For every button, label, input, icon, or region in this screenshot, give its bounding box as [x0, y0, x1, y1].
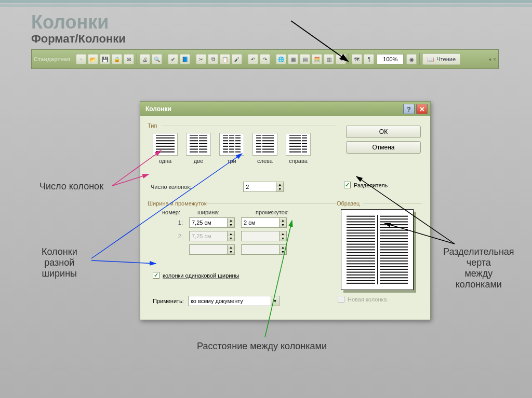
slide-subtitle: Формат/Колонки — [31, 32, 126, 46]
preview-column — [380, 215, 408, 284]
toolbar-separator — [165, 53, 165, 65]
excel-icon[interactable]: 🧮 — [312, 54, 322, 64]
row2-width-spinner: ▲▼ — [228, 231, 235, 241]
type-left[interactable]: слева — [250, 133, 280, 164]
standard-toolbar: Стандартная ▫ 📂 💾 🔒 ✉ 🖨 🔍 ✔ 📘 ✂ ⧉ 📋 🖌 ↶ … — [31, 49, 499, 69]
toolbar-separator — [137, 53, 137, 65]
row3-gap-spinner: ▲▼ — [280, 244, 287, 255]
preview-label: Образец — [337, 200, 360, 207]
print-preview-icon[interactable]: 🔍 — [152, 54, 162, 64]
toolbar-caption: Стандартная — [34, 56, 70, 62]
columns-dialog: Колонки ? ✕ Тип одна две три — [140, 101, 431, 320]
dialog-titlebar: Колонки ? ✕ — [140, 102, 430, 116]
save-icon[interactable]: 💾 — [100, 54, 110, 64]
slide-decoration-bar — [0, 0, 532, 3]
type-left-label: слева — [257, 158, 273, 164]
help-icon[interactable]: ◉ — [406, 54, 417, 64]
row1-gap-input[interactable] — [241, 217, 280, 228]
separator-label: Разделитель — [354, 182, 388, 188]
new-doc-icon[interactable]: ▫ — [76, 54, 86, 64]
print-icon[interactable]: 🖨 — [140, 54, 150, 64]
zoom-combo[interactable]: 100% — [377, 54, 404, 64]
close-button[interactable]: ✕ — [416, 104, 428, 114]
reading-layout-label: Чтение — [436, 56, 456, 62]
preview-separator-line — [377, 215, 378, 284]
spellcheck-icon[interactable]: ✔ — [168, 54, 178, 64]
type-group-label: Тип — [148, 122, 157, 129]
open-icon[interactable]: 📂 — [88, 54, 98, 64]
type-three[interactable]: три — [217, 133, 246, 164]
paste-icon[interactable]: 📋 — [220, 54, 230, 64]
hyperlink-icon[interactable]: 🌐 — [276, 54, 286, 64]
toolbar-separator — [245, 53, 245, 65]
copy-icon[interactable]: ⧉ — [208, 54, 218, 64]
row2-width-input — [189, 231, 228, 241]
mail-icon[interactable]: ✉ — [124, 54, 134, 64]
format-painter-icon[interactable]: 🖌 — [232, 54, 242, 64]
row1-width-input[interactable] — [189, 217, 228, 228]
redo-icon[interactable]: ↷ — [260, 54, 270, 64]
apply-combo[interactable] — [188, 296, 271, 306]
separator-checkbox[interactable]: ✓ — [344, 182, 351, 188]
type-two-label: две — [194, 158, 203, 164]
tables-borders-icon[interactable]: ▦ — [288, 54, 298, 64]
col-number-header: номер: — [162, 209, 187, 215]
apply-dropdown-icon[interactable]: ▼ — [271, 296, 280, 306]
preview-box — [341, 209, 414, 290]
dialog-title-text: Колонки — [145, 105, 171, 113]
numcols-input[interactable] — [243, 182, 276, 192]
type-right[interactable]: справа — [284, 133, 313, 164]
permissions-icon[interactable]: 🔒 — [112, 54, 122, 64]
type-two[interactable]: две — [184, 133, 213, 164]
show-paragraph-icon[interactable]: ¶ — [364, 54, 374, 64]
drawing-icon[interactable]: ✎ — [336, 54, 346, 64]
doc-map-icon[interactable]: 🗺 — [352, 54, 362, 64]
type-three-label: три — [227, 158, 236, 164]
undo-icon[interactable]: ↶ — [248, 54, 258, 64]
cut-icon[interactable]: ✂ — [196, 54, 206, 64]
toolbar-close-icon[interactable]: × — [493, 57, 496, 62]
slide-title: Колонки — [31, 11, 109, 33]
type-one-label: одна — [159, 158, 172, 164]
row2-index: 2: — [162, 233, 183, 239]
equal-width-checkbox[interactable]: ✓ — [153, 272, 159, 279]
row2-gap-input — [241, 231, 280, 241]
toolbar-separator — [419, 53, 420, 65]
toolbar-options-icon[interactable]: ▾ — [489, 57, 491, 62]
type-one[interactable]: одна — [151, 133, 180, 164]
toolbar-separator — [273, 53, 273, 65]
row3-width-spinner: ▲▼ — [228, 244, 235, 255]
equal-width-label: колонки одинаковой ширины — [163, 272, 240, 279]
research-icon[interactable]: 📘 — [180, 54, 190, 64]
toolbar-separator — [349, 53, 349, 65]
numcols-spinner[interactable]: ▲▼ — [276, 182, 284, 192]
numcols-label: Число колонок: — [151, 184, 191, 190]
columns-icon[interactable]: ▥ — [324, 54, 334, 64]
preview-column — [347, 215, 375, 284]
type-right-label: справа — [289, 158, 308, 164]
callout-diff-width: Колонки разной ширины — [42, 246, 77, 279]
insert-table-icon[interactable]: ▤ — [300, 54, 310, 64]
row3-gap-input — [241, 244, 280, 255]
col-width-header: ширина: — [197, 209, 245, 215]
cancel-button[interactable]: Отмена — [346, 141, 421, 154]
width-group-label: Ширина и промежуток — [148, 200, 207, 207]
help-button[interactable]: ? — [403, 104, 415, 114]
new-column-checkbox — [338, 296, 344, 303]
ok-button[interactable]: ОК — [346, 126, 421, 138]
slide-decoration-bar — [0, 4, 532, 7]
row1-width-spinner[interactable]: ▲▼ — [228, 217, 235, 228]
row1-gap-spinner[interactable]: ▲▼ — [280, 217, 287, 228]
row2-gap-spinner: ▲▼ — [280, 231, 287, 241]
row1-index: 1: — [162, 219, 183, 226]
apply-label: Применить: — [153, 298, 184, 304]
reading-layout-button[interactable]: 📖Чтение — [422, 53, 460, 65]
callout-count: Число колонок — [39, 181, 103, 192]
col-gap-header: промежуток: — [256, 209, 303, 215]
callout-gap: Расстояние между колонками — [197, 341, 327, 352]
row3-width-input — [189, 244, 228, 255]
callout-sep-line: Разделительная черта между колонками — [443, 246, 514, 290]
new-column-label: Новая колонка — [348, 296, 387, 303]
toolbar-separator — [193, 53, 193, 65]
